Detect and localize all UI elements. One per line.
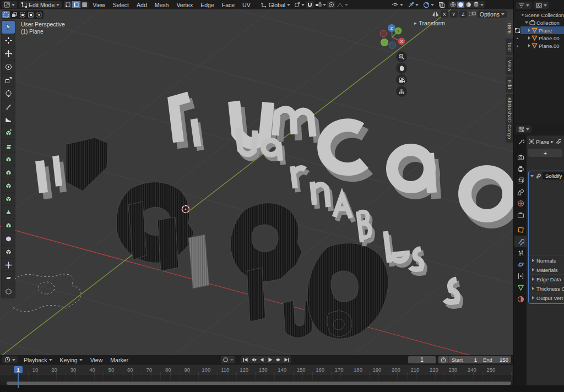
gizmo-axis-neg-y[interactable] [381,39,388,46]
properties-editor-type-button[interactable] [516,126,532,133]
proportional-editing-icon[interactable] [327,1,335,8]
transform-panel-header[interactable]: ▸ Transform [414,20,445,26]
properties-tab-output[interactable] [514,163,527,175]
camera-view-icon[interactable] [396,74,407,85]
shading-rendered-icon[interactable] [473,2,480,8]
select-invert-icon[interactable] [27,11,35,18]
tool-move-button[interactable] [2,47,15,60]
gizmo-axis-neg-z[interactable] [389,42,395,48]
zoom-icon[interactable] [396,51,407,62]
record-icon[interactable] [223,357,229,363]
tool-edge-slide-button[interactable] [2,246,15,258]
subpanel-output-vertex-groups[interactable]: Output Vert [529,293,564,302]
tool-cursor-button[interactable] [2,34,15,47]
tool-knife-button[interactable] [2,193,15,205]
menu-face[interactable]: Face [218,2,238,8]
outliner-row-plane[interactable]: Plane [514,26,564,34]
mirror-z-button[interactable]: Z [459,10,467,18]
mode-dropdown[interactable]: Edit Mode [19,1,62,8]
expand-icon[interactable] [528,29,530,32]
timeline-scrollbar[interactable] [7,382,511,385]
tool-poly-build-button[interactable] [2,206,15,219]
current-frame-badge[interactable]: 1 [14,366,23,373]
menu-marker[interactable]: Marker [106,357,132,363]
breadcrumb-object-label[interactable]: Plane [536,139,549,145]
properties-tab-physics[interactable] [514,259,527,270]
sidebar-tab-edit[interactable]: Edit [506,77,513,92]
vertex-select-icon[interactable] [64,1,72,8]
properties-tab-material[interactable] [514,293,527,305]
menu-view[interactable]: View [89,2,109,8]
subpanel-edge-data[interactable]: Edge Data [529,274,564,284]
subpanel-materials[interactable]: Materials [529,265,564,274]
menu-add[interactable]: Add [133,2,151,8]
tool-rip-region-button[interactable] [2,285,15,298]
gizmos-dropdown[interactable] [406,1,420,8]
previous-keyframe-button[interactable] [250,357,257,363]
properties-tab-modifiers[interactable] [514,236,527,247]
modifier-name-field[interactable]: Solidify [543,172,564,179]
select-intersect-icon[interactable] [35,11,43,18]
properties-tab-render[interactable] [514,151,527,163]
expand-icon[interactable] [525,21,528,24]
snap-toggle-icon[interactable] [306,1,314,8]
tool-bevel-button[interactable] [2,166,15,179]
menu-select[interactable]: Select [109,2,133,8]
outliner-row-scene-collection[interactable]: Scene Collection [514,11,564,19]
tool-shear-button[interactable] [2,272,15,285]
proportional-falloff-dropdown[interactable] [335,1,349,8]
tool-annotate-button[interactable] [2,100,15,113]
expand-icon[interactable] [528,36,530,40]
properties-tab-constraints[interactable] [514,270,527,282]
outliner-row-plane-001[interactable]: • Plane.00 [514,34,564,42]
tool-scale-button[interactable] [2,74,15,86]
sidebar-tab-tool[interactable]: Tool [506,39,513,55]
tool-measure-button[interactable] [2,113,15,126]
properties-tab-collection[interactable] [514,209,527,221]
sidebar-tab-item[interactable]: Item [506,20,513,37]
tool-spin-button[interactable] [2,219,15,232]
collapse-icon[interactable] [530,175,534,177]
modifier-panel-header[interactable]: Solidify [529,171,564,181]
outliner-display-mode-dropdown[interactable] [534,2,549,9]
overlays-dropdown[interactable] [422,1,435,8]
current-frame-line[interactable] [18,373,19,388]
tool-transform-button[interactable] [2,87,15,100]
menu-uv[interactable]: UV [238,2,254,8]
tool-extrude-region-button[interactable] [2,140,15,153]
menu-vertex[interactable]: Vertex [172,2,197,8]
pivot-point-dropdown[interactable] [292,1,306,8]
viewport-3d[interactable]: Edit Mode View Select Add Mesh Vertex Ed… [0,0,514,355]
tool-inset-faces-button[interactable] [2,153,15,166]
shading-material-icon[interactable] [465,2,472,8]
tool-smooth-button[interactable] [2,232,15,245]
tool-tweak-button[interactable] [2,21,15,34]
shading-wireframe-icon[interactable] [449,2,457,8]
select-new-icon[interactable] [2,11,10,18]
subpanel-normals[interactable]: Normals [529,255,564,265]
outliner-row-plane-002[interactable]: • Plane.00 [514,42,564,50]
correct-face-attributes-icon[interactable] [469,11,476,17]
shading-solid-icon[interactable] [457,2,464,8]
orientation-dropdown[interactable]: Global [259,1,292,8]
editor-type-button[interactable] [2,1,17,8]
next-keyframe-button[interactable] [275,357,282,363]
tool-rotate-button[interactable] [2,61,15,73]
menu-edge[interactable]: Edge [197,2,218,8]
menu-mesh[interactable]: Mesh [151,2,173,8]
jump-to-end-button[interactable] [283,357,290,363]
face-select-icon[interactable] [80,1,89,8]
options-dropdown[interactable]: Options [478,10,507,18]
select-extend-icon[interactable] [10,11,18,18]
timeline-editor-type-button[interactable] [2,356,18,363]
timeline-tracks[interactable] [0,375,513,381]
jump-to-start-button[interactable] [242,357,249,363]
properties-tab-world[interactable] [514,198,527,209]
gizmo-axis-neg-x[interactable] [380,30,387,37]
subpanel-thickness-clamp[interactable]: Thickness C [529,284,564,293]
menu-keying[interactable]: Keying [56,357,86,363]
mirror-x-button[interactable]: X [441,10,448,18]
properties-tab-object[interactable] [514,224,527,236]
menu-playback[interactable]: Playback [20,357,56,363]
play-reverse-button[interactable] [258,357,265,363]
